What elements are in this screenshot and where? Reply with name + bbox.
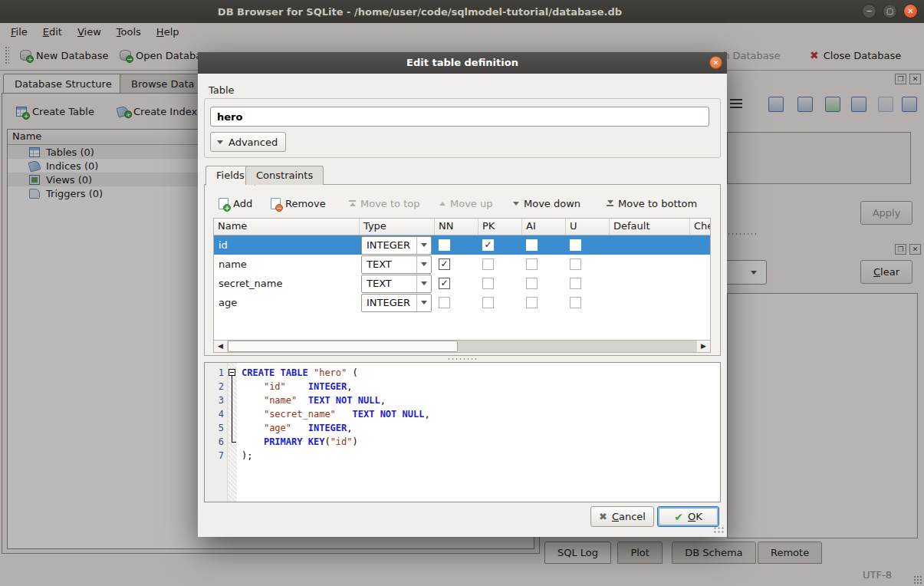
sql-preview-editor[interactable]: 1CREATE TABLE "hero" (2 "id" INTEGER,3 "… <box>204 362 721 502</box>
chevron-down-icon <box>217 140 223 144</box>
column-header-nn[interactable]: NN <box>435 219 478 235</box>
pk-cell <box>478 255 522 274</box>
move-to-top-button[interactable]: Move to top <box>346 193 423 214</box>
pk-checkbox[interactable]: ✓ <box>482 239 494 251</box>
field-type-cell: INTEGER <box>360 235 435 255</box>
field-row-id[interactable]: idINTEGER✓ <box>214 235 710 255</box>
check-cell <box>690 274 711 293</box>
pk-checkbox[interactable] <box>482 258 494 270</box>
ai-cell <box>522 293 566 312</box>
tab-constraints[interactable]: Constraints <box>245 166 324 185</box>
minimize-icon[interactable]: ─ <box>862 4 876 18</box>
sql-code-text: PRIMARY KEY("id") <box>228 435 358 449</box>
ai-cell <box>522 235 566 255</box>
column-header-default[interactable]: Default <box>610 219 690 235</box>
splitter-handle[interactable] <box>447 357 478 360</box>
column-header-type[interactable]: Type <box>360 219 435 235</box>
type-value: TEXT <box>362 275 416 292</box>
fold-collapse-icon[interactable] <box>229 369 235 376</box>
table-name-input[interactable] <box>210 107 709 127</box>
dialog-titlebar: Edit table definition <box>198 52 727 74</box>
ai-cell <box>522 274 566 293</box>
column-header-name[interactable]: Name <box>214 219 360 235</box>
column-header-pk[interactable]: PK <box>478 219 522 235</box>
nn-checkbox[interactable]: ✓ <box>439 278 450 289</box>
dialog-resize-grip[interactable] <box>713 526 724 534</box>
ai-checkbox[interactable] <box>526 278 538 289</box>
scrollbar-handle[interactable] <box>228 341 458 352</box>
type-combobox[interactable]: INTEGER <box>361 236 432 255</box>
field-type-cell: INTEGER <box>360 293 435 312</box>
sql-line: 4 "secret_name" TEXT NOT NULL, <box>205 407 720 421</box>
nn-cell <box>435 293 478 312</box>
edit-table-definition-dialog: Edit table definition ✕ Table Advanced F… <box>198 52 727 537</box>
column-header-check[interactable]: Check <box>690 219 711 235</box>
ok-button[interactable]: ✔ OK <box>657 506 719 527</box>
field-row-name[interactable]: nameTEXT✓ <box>214 255 710 274</box>
field-type-cell: TEXT <box>360 274 435 293</box>
u-checkbox[interactable] <box>570 297 581 308</box>
cancel-button[interactable]: ✖ Cancel <box>590 506 654 527</box>
pk-checkbox[interactable] <box>482 297 494 308</box>
add-button[interactable]: +Add <box>215 193 255 214</box>
move-bottom-icon <box>607 200 613 206</box>
line-number: 3 <box>205 393 228 407</box>
remove-button[interactable]: −Remove <box>268 193 329 214</box>
u-checkbox[interactable] <box>570 258 581 270</box>
ai-checkbox[interactable] <box>526 297 538 308</box>
sql-code-text: "secret_name" TEXT NOT NULL, <box>228 407 430 421</box>
move-to-bottom-button[interactable]: Move to bottom <box>603 193 700 214</box>
column-header-ai[interactable]: AI <box>522 219 566 235</box>
check-cell <box>690 255 711 274</box>
move-down-button[interactable]: Move down <box>510 193 584 214</box>
ok-check-icon: ✔ <box>674 511 683 523</box>
u-checkbox[interactable] <box>570 278 581 289</box>
field-name-cell: age <box>214 293 360 312</box>
sql-code-text: "name" TEXT NOT NULL, <box>228 393 386 407</box>
field-name-cell: id <box>214 235 360 255</box>
type-combobox[interactable]: TEXT <box>361 275 432 293</box>
type-value: TEXT <box>362 256 416 273</box>
chevron-down-icon <box>416 295 431 311</box>
move-top-icon <box>349 200 356 206</box>
pk-checkbox[interactable] <box>482 278 494 289</box>
nn-checkbox[interactable] <box>439 239 450 251</box>
line-number: 6 <box>205 435 228 449</box>
cancel-icon: ✖ <box>599 511 607 522</box>
move-down-icon <box>513 202 519 206</box>
sql-line: 5 "age" INTEGER, <box>205 421 720 435</box>
sql-line: 1CREATE TABLE "hero" ( <box>205 366 720 380</box>
field-row-secret_name[interactable]: secret_nameTEXT✓ <box>214 274 710 293</box>
sql-line: 7); <box>205 449 720 463</box>
ai-checkbox[interactable] <box>526 258 538 270</box>
type-combobox[interactable]: INTEGER <box>361 294 432 312</box>
line-number: 1 <box>205 366 228 380</box>
nn-cell: ✓ <box>435 255 478 274</box>
screen: DB Browser for SQLite - /home/user/code/… <box>0 0 924 586</box>
scroll-right-icon[interactable]: ▶ <box>697 341 710 352</box>
column-header-u[interactable]: U <box>566 219 610 235</box>
nn-checkbox[interactable] <box>439 297 450 308</box>
ai-checkbox[interactable] <box>526 239 538 251</box>
u-checkbox[interactable] <box>570 239 581 251</box>
line-number: 5 <box>205 421 228 435</box>
scroll-left-icon[interactable]: ◀ <box>214 341 227 352</box>
maximize-icon[interactable]: ▢ <box>883 4 897 18</box>
field-toolbar-label: Move down <box>524 198 580 209</box>
remove-field-icon: − <box>271 198 281 209</box>
horizontal-scrollbar[interactable]: ◀ ▶ <box>214 340 710 352</box>
sql-line: 3 "name" TEXT NOT NULL, <box>205 393 720 407</box>
chevron-down-icon <box>416 275 431 292</box>
field-row-age[interactable]: ageINTEGER <box>214 293 710 312</box>
pk-cell: ✓ <box>478 235 522 255</box>
line-number: 2 <box>205 380 228 393</box>
nn-checkbox[interactable]: ✓ <box>439 258 450 270</box>
advanced-button[interactable]: Advanced <box>210 132 286 152</box>
sql-line: 6 PRIMARY KEY("id") <box>205 435 720 449</box>
type-combobox[interactable]: TEXT <box>361 255 432 274</box>
close-window-icon[interactable]: ✕ <box>903 4 918 18</box>
dialog-close-icon[interactable]: ✕ <box>709 56 722 69</box>
default-cell <box>610 255 690 274</box>
move-up-button[interactable]: Move up <box>436 193 496 214</box>
sql-code-text: "id" INTEGER, <box>228 380 353 393</box>
